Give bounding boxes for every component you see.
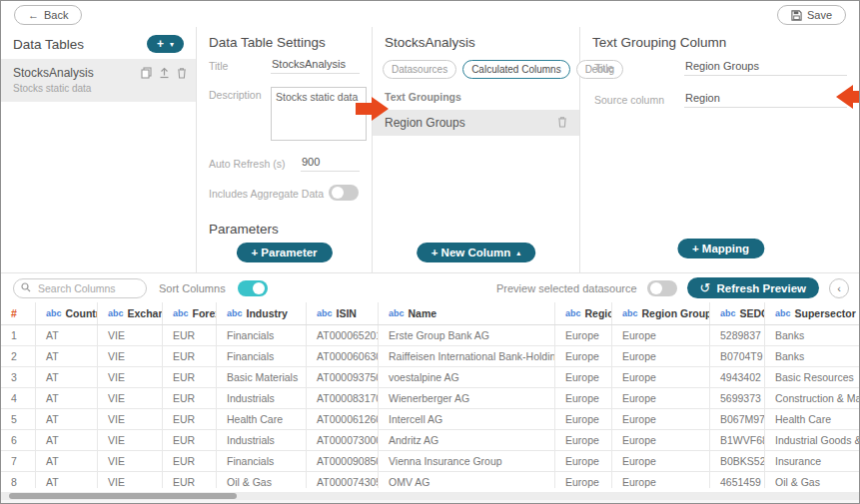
collapse-panel-button[interactable]: ‹ — [829, 278, 849, 298]
table-cell-region: Europe — [555, 388, 612, 408]
table-cell-index: 7 — [1, 451, 36, 471]
trash-icon[interactable] — [557, 116, 567, 130]
table-cell-country: AT — [36, 325, 98, 345]
column-header-region-groups[interactable]: abcRegion Groups✎ — [612, 302, 710, 324]
table-cell-name: voestalpine AG — [379, 367, 555, 387]
table-cell-isin: AT0000612601 — [307, 409, 379, 429]
table-cell-exchange: VIE — [98, 409, 163, 429]
top-bar: ← Back Save — [1, 1, 859, 27]
calculated-tabs: DatasourcesCalculated ColumnsDebug — [373, 56, 579, 89]
table-row[interactable]: 5ATVIEEURHealth CareAT0000612601Intercel… — [1, 409, 860, 430]
column-header-region[interactable]: abcRegion — [555, 302, 612, 324]
table-cell-country: AT — [36, 430, 98, 450]
column-header-exchange[interactable]: abcExchange — [98, 302, 163, 324]
text-type-icon: abc — [173, 308, 189, 318]
text-type-icon: abc — [317, 308, 333, 318]
column-header-index[interactable]: # — [1, 302, 36, 324]
table-cell-region-groups: Europe — [612, 430, 710, 450]
column-header-country[interactable]: abcCountry — [36, 302, 98, 324]
column-header-supersector[interactable]: abcSupersector — [765, 302, 860, 324]
text-type-icon: abc — [389, 308, 405, 318]
table-cell-sedol: 5699373 — [710, 388, 765, 408]
source-column-select[interactable] — [684, 92, 847, 108]
source-column-label: Source column — [594, 92, 684, 108]
title-input[interactable] — [271, 58, 360, 74]
back-button[interactable]: ← Back — [14, 5, 82, 25]
table-cell-exchange: VIE — [98, 472, 163, 488]
table-cell-sedol: 5289837 — [710, 325, 765, 345]
refresh-preview-button[interactable]: ↺ Refresh Preview — [687, 277, 819, 298]
text-type-icon: abc — [46, 308, 62, 318]
table-row[interactable]: 7ATVIEEURFinancialsAT0000908504Vienna In… — [1, 451, 860, 472]
table-row[interactable]: 3ATVIEEURBasic MaterialsAT0000937503voes… — [1, 367, 860, 388]
add-parameter-button[interactable]: + Parameter — [236, 243, 332, 262]
table-cell-sedol: B0704T9 — [710, 346, 765, 366]
description-textarea[interactable]: Stocks static data — [271, 87, 367, 141]
new-column-button[interactable]: + New Column ▴ — [417, 243, 536, 262]
calculated-panel-title: StocksAnalysis — [385, 35, 475, 50]
text-type-icon: abc — [775, 308, 791, 318]
save-floppy-icon — [791, 10, 802, 21]
refresh-icon: ↺ — [700, 280, 711, 295]
data-table-settings-page: ← Back Save Data Tables + ▾ StocksAnalys… — [0, 0, 860, 504]
table-cell-supersector: Oil & Gas — [765, 472, 860, 488]
table-cell-isin: AT0000606306 — [307, 346, 379, 366]
save-button[interactable]: Save — [777, 5, 846, 25]
table-row[interactable]: 4ATVIEEURIndustrialsAT0000831706Wienerbe… — [1, 388, 860, 409]
sort-columns-toggle[interactable] — [238, 280, 268, 296]
column-header-name[interactable]: abcName — [379, 302, 555, 324]
search-icon — [21, 282, 31, 292]
table-cell-country: AT — [36, 388, 98, 408]
table-row[interactable]: 6ATVIEEURIndustrialsAT0000730007Andritz … — [1, 430, 860, 451]
data-table-list-item[interactable]: StocksAnalysis Stocks static data — [1, 59, 196, 102]
table-cell-supersector: Basic Resources — [765, 367, 860, 387]
horizontal-scrollbar[interactable] — [1, 492, 860, 500]
tab-datasources[interactable]: Datasources — [383, 60, 456, 79]
auto-refresh-input[interactable] — [301, 156, 360, 172]
column-header-isin[interactable]: abcISIN — [307, 302, 379, 324]
chevron-up-icon: ▴ — [516, 249, 520, 257]
table-cell-supersector: Banks — [765, 325, 860, 345]
table-cell-region-groups: Europe — [612, 388, 710, 408]
text-type-icon: abc — [720, 308, 736, 318]
table-row[interactable]: 8ATVIEEUROil & GasAT0000743059OMV AGEuro… — [1, 472, 860, 488]
region-groups-item[interactable]: Region Groups — [373, 110, 579, 136]
data-tables-title: Data Tables — [13, 37, 84, 52]
table-cell-name: Erste Group Bank AG — [379, 325, 555, 345]
includes-aggregate-toggle[interactable] — [329, 185, 359, 201]
column-header-forex[interactable]: abcForex — [163, 302, 217, 324]
table-cell-region: Europe — [555, 409, 612, 429]
table-cell-industry: Health Care — [217, 409, 307, 429]
trash-icon[interactable] — [177, 67, 187, 79]
tab-calculated-columns[interactable]: Calculated Columns — [462, 60, 570, 79]
table-cell-index: 3 — [1, 367, 36, 387]
column-header-industry[interactable]: abcIndustry — [217, 302, 307, 324]
table-row[interactable]: 2ATVIEEURFinancialsAT0000606306Raiffeise… — [1, 346, 860, 367]
bottom-filler — [1, 500, 860, 503]
chevron-left-icon: ‹ — [837, 282, 841, 294]
copy-icon[interactable] — [141, 67, 152, 79]
chevron-down-icon: ▾ — [170, 40, 174, 49]
back-button-label: Back — [44, 9, 68, 21]
table-cell-isin: AT0000743059 — [307, 472, 379, 488]
table-cell-region: Europe — [555, 367, 612, 387]
grouping-title-input[interactable] — [684, 60, 847, 76]
text-type-icon: abc — [565, 308, 581, 318]
scrollbar-thumb[interactable] — [9, 493, 237, 499]
add-mapping-button[interactable]: + Mapping — [677, 239, 764, 258]
table-cell-industry: Basic Materials — [217, 367, 307, 387]
table-row[interactable]: 1ATVIEEURFinancialsAT0000652011Erste Gro… — [1, 325, 860, 346]
table-cell-sedol: B067M97 — [710, 409, 765, 429]
add-data-table-button[interactable]: + ▾ — [147, 35, 184, 53]
search-columns-input[interactable] — [13, 278, 147, 298]
table-cell-name: Wienerberger AG — [379, 388, 555, 408]
table-cell-country: AT — [36, 367, 98, 387]
table-cell-forex: EUR — [163, 346, 217, 366]
data-table-settings-panel: Data Table Settings Title Description St… — [197, 27, 373, 272]
grouping-title-label: Title — [594, 60, 684, 76]
table-cell-industry: Oil & Gas — [217, 472, 307, 488]
upload-icon[interactable] — [159, 67, 170, 79]
preview-datasource-toggle[interactable] — [647, 280, 677, 296]
column-header-sedol[interactable]: abcSEDOL — [710, 302, 765, 324]
table-cell-supersector: Banks — [765, 346, 860, 366]
